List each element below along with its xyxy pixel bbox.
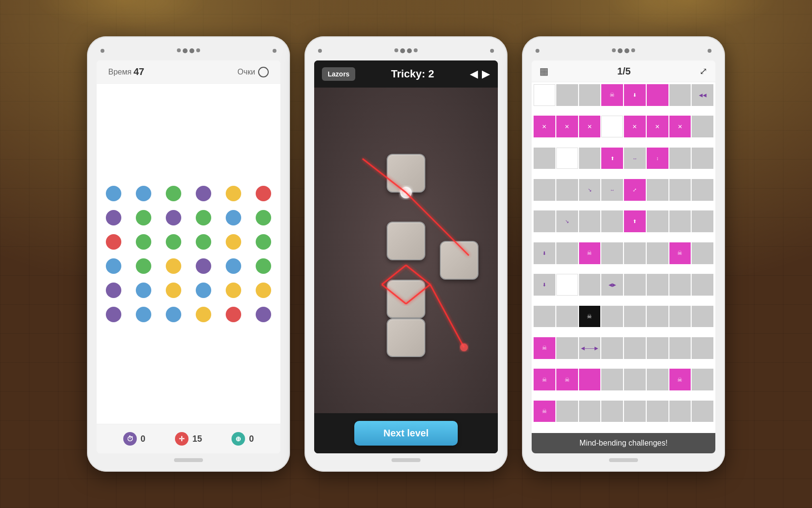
pg-cell[interactable]: ↘ [556,210,578,232]
score-circle [258,67,269,77]
pg-cell-skull8[interactable]: ☠ [534,401,555,422]
puzzle-grid: ☠ ⬇ ◀◀ ✕ ✕ ✕ ✕ ✕ ✕ [532,82,715,433]
arrow-down-icon: ⬇ [633,92,637,98]
dot [166,234,181,250]
phone-3-home-button[interactable] [609,458,638,462]
phone-1-sensor [273,49,276,53]
skull-icon-7: ☠ [677,376,682,383]
dot [136,258,151,274]
laser-tile-4[interactable] [387,318,425,357]
dots-footer: ⏱ 0 ✛ 15 ⊕ 0 [97,424,280,453]
pg-cell[interactable]: ↔ [624,148,646,169]
phone-2-home-button[interactable] [392,458,420,462]
pg-cell [647,210,668,232]
lazors-back-button[interactable]: Lazors [322,67,355,81]
time-label: Время [108,68,131,76]
pg-cell [579,84,601,106]
pg-cell[interactable]: ✕ [647,116,668,137]
pg-cell[interactable]: ✕ [624,116,646,137]
next-level-button[interactable]: Next level [354,421,457,446]
lazors-footer: Next level [314,413,498,453]
x-icon: ✕ [655,123,660,130]
pg-cell[interactable]: ⬇ [534,274,555,296]
pg-cell[interactable]: ✕ [556,116,578,137]
pg-cell-skull[interactable]: ☠ [601,84,623,106]
pg-cell[interactable]: ⬇ [534,242,555,264]
pg-cell[interactable]: ↕ [647,148,668,169]
phone-3: ▦ 1/5 ⤢ ☠ ⬇ ◀◀ ✕ ✕ [522,36,725,472]
dots-row-2 [106,210,271,225]
pg-cell-black-skull[interactable]: ☠ [579,306,601,328]
pg-cell [556,401,578,422]
pg-cell-skull3[interactable]: ☠ [669,242,691,264]
pg-cell[interactable]: ⤢ [624,179,646,201]
pg-cell [647,84,668,106]
pg-cell-skull4[interactable]: ☠ [534,337,555,359]
pg-cell-skull6[interactable]: ☠ [556,369,578,390]
dot [136,307,151,322]
pg-cell[interactable]: ✕ [579,116,601,137]
arrows-icon: ↔ [632,156,637,161]
pg-cell[interactable]: ◀▶ [601,274,623,296]
dot [106,307,121,322]
pg-cell[interactable]: ⬆ [624,210,646,232]
pg-cell-skull2[interactable]: ☠ [579,242,601,264]
pg-cell [556,84,578,106]
pg-cell[interactable] [534,84,555,106]
dot [256,258,271,274]
pg-cell[interactable]: ↔ [601,179,623,201]
laser-tile-5[interactable] [440,241,478,280]
pg-cell [692,148,713,169]
dot [256,186,271,201]
pg-cell[interactable]: ✕ [669,116,691,137]
phone-3-screen: ▦ 1/5 ⤢ ☠ ⬇ ◀◀ ✕ ✕ [532,60,715,453]
x-icon: ✕ [565,123,569,130]
phone-1-home-button[interactable] [174,458,203,462]
arrow-up-icon: ⬆ [610,156,614,161]
dot [106,234,121,250]
rotate-icon[interactable]: ⤢ [699,65,708,77]
lazors-next-button[interactable]: ▶ [482,68,490,80]
pg-cell [534,210,555,232]
dot [166,283,181,298]
dots-row-6 [106,307,271,322]
pg-cell-skull5[interactable]: ☠ [534,369,555,390]
laser-tile-3[interactable] [387,280,425,318]
score-label: Очки [237,68,255,76]
pg-cell[interactable]: ⬇ [624,84,646,106]
pg-cell[interactable]: ◀◀ [692,84,713,106]
pg-cell [556,274,578,296]
puzzle-grid-container: ☠ ⬇ ◀◀ ✕ ✕ ✕ ✕ ✕ ✕ [532,82,715,433]
svg-point-10 [460,344,468,351]
phone-1-screen: Время 47 Очки [97,60,280,453]
laser-tile-2[interactable] [387,222,425,260]
pg-cell [556,306,578,328]
pg-cell[interactable]: ↘ [579,179,601,201]
pg-cell-skull7[interactable]: ☠ [669,369,691,390]
dot [196,258,211,274]
dot [136,234,151,250]
pg-cell [647,337,668,359]
clock-icon: ⏱ [123,432,137,446]
pg-cell [692,337,713,359]
skull-icon-black: ☠ [587,313,592,320]
laser-tile-1[interactable] [387,154,425,193]
pg-cell [579,369,601,390]
pg-cell [534,306,555,328]
lazors-prev-button[interactable]: ◀ [470,68,478,80]
pg-cell [669,337,691,359]
phone-1-top-bar [92,41,285,60]
pg-cell [624,337,646,359]
stat-2: ✛ 15 [175,432,202,446]
menu-icon[interactable]: ▦ [539,65,549,77]
pg-cell[interactable]: ◀——▶ [579,337,601,359]
skull-icon-6: ☠ [565,376,570,383]
phone-2-camera [318,49,322,53]
dot [256,307,271,322]
pg-cell[interactable]: ⬆ [601,148,623,169]
dot [106,186,121,201]
dot [166,186,181,201]
pg-cell[interactable]: ✕ [534,116,555,137]
pg-cell [647,274,668,296]
skull-icon: ☠ [609,91,615,98]
